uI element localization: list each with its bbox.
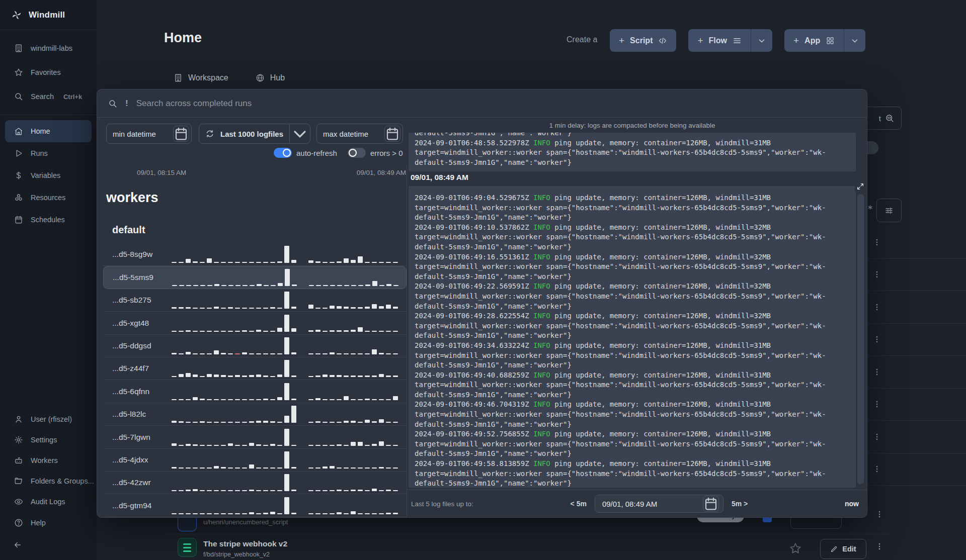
log-datetime-input[interactable]: 09/01, 08:49 AM: [595, 495, 723, 513]
dollar-icon: [14, 171, 23, 180]
sidebar-item-settings[interactable]: Settings: [0, 429, 97, 450]
row-menu-button[interactable]: [870, 430, 883, 443]
logfiles-range-label: Last 1000 logfiles: [214, 130, 289, 138]
worker-row[interactable]: ...d5-z44f7: [103, 357, 407, 380]
forward-5m-button[interactable]: 5m >: [732, 500, 748, 508]
worker-row[interactable]: ...d5-4jdxx: [103, 449, 407, 472]
webhook-row-menu-button[interactable]: [873, 540, 886, 553]
worker-name: ...d5-8sg9w: [112, 250, 172, 259]
worker-row[interactable]: ...d5-42zwr: [103, 472, 407, 494]
worker-row[interactable]: ...d5-8sg9w: [103, 243, 407, 266]
kebab-icon: [872, 464, 881, 474]
back-5m-button[interactable]: < 5m: [571, 500, 587, 508]
max-datetime-input[interactable]: max datetime: [316, 124, 403, 144]
sidebar-item-folders[interactable]: Folders & Groups...: [0, 471, 97, 491]
worker-activity-sparkline: [172, 292, 398, 311]
sidebar-top-group: windmill-labsFavoritesSearchCtrl+k: [0, 30, 97, 109]
keyboard-shortcut: Ctrl+k: [63, 93, 82, 101]
sidebar-item-label: Home: [31, 127, 50, 135]
sidebar-item-favorites[interactable]: Favorites: [0, 60, 97, 84]
errors-only-toggle[interactable]: [348, 148, 366, 158]
sidebar-item-label: Help: [31, 519, 46, 527]
sidebar-item-runs[interactable]: Runs: [0, 142, 97, 164]
create-app-button[interactable]: +App: [784, 29, 844, 52]
sidebar-item-help[interactable]: Help: [0, 512, 97, 534]
now-button[interactable]: now: [845, 500, 859, 508]
kebab-icon: [872, 400, 881, 409]
webhook-row-title: The stripe webhook v2: [203, 539, 287, 548]
row-divider: [166, 534, 888, 534]
worker-row[interactable]: ...d5-sb275: [103, 289, 407, 312]
sidebar-item-audit-logs[interactable]: Audit Logs: [0, 491, 97, 512]
workers-list: ...d5-8sg9w...d5-5sms9...d5-sb275...d5-x…: [103, 243, 407, 517]
worker-row[interactable]: ...d5-5sms9: [103, 266, 407, 289]
min-datetime-input[interactable]: min datetime: [106, 124, 192, 144]
create-flow-dropdown-button[interactable]: [751, 29, 772, 52]
tab-label: Workspace: [188, 73, 228, 82]
worker-row[interactable]: ...d5-7lgwn: [103, 426, 407, 448]
log-entry: 2024-09-01T06:48:58.522978Z INFO ping up…: [415, 138, 850, 168]
create-app-dropdown-button[interactable]: [844, 29, 865, 52]
filter-settings-button[interactable]: [876, 199, 902, 222]
sidebar-item-search[interactable]: SearchCtrl+k: [0, 84, 97, 109]
calendar-icon[interactable]: [384, 126, 400, 142]
brand: Windmill: [0, 0, 97, 30]
log-files-label: Last 5 log files up to:: [411, 500, 473, 508]
log-entry: 2024-09-01T06:49:52.756855Z INFO ping up…: [415, 429, 850, 459]
sidebar-item-user[interactable]: User (rfiszel): [0, 409, 97, 429]
worker-name: ...d5-sb275: [112, 296, 172, 305]
flow-icon: [178, 538, 197, 557]
sidebar-item-home[interactable]: Home: [5, 120, 92, 142]
log-entry: 2024-09-01T06:49:40.688259Z INFO ping up…: [415, 370, 850, 400]
sidebar-item-schedules[interactable]: Schedules: [0, 209, 97, 231]
building-icon: [174, 73, 183, 82]
log-scrollbar[interactable]: [857, 194, 864, 484]
edit-button[interactable]: Edit: [820, 539, 866, 559]
sidebar-item-resources[interactable]: Resources: [0, 186, 97, 209]
kebab-icon: [872, 270, 881, 279]
create-flow-button[interactable]: +Flow: [688, 29, 751, 52]
folder-icon: [14, 477, 23, 486]
script-row-menu-button[interactable]: [873, 508, 886, 521]
row-menu-button[interactable]: [870, 301, 883, 314]
sidebar-bottom-group: User (rfiszel)SettingsWorkersFolders & G…: [0, 409, 97, 512]
log-entry: 2024-09-01T06:49:16.551361Z INFO ping up…: [415, 252, 850, 282]
worker-row[interactable]: ...d5-ddgsd: [103, 335, 407, 357]
row-menu-button[interactable]: [870, 236, 883, 249]
code-search-icon: [885, 114, 894, 123]
tab-workspace[interactable]: Workspace: [174, 73, 228, 82]
log-entry: 2024-09-01T06:49:28.622554Z INFO ping up…: [415, 311, 850, 341]
pencil-icon: [830, 545, 838, 553]
worker-row[interactable]: ...d5-6qfnn: [103, 380, 407, 403]
worker-name: ...d5-5sms9: [113, 273, 172, 282]
tab-hub[interactable]: Hub: [256, 73, 285, 82]
worker-row[interactable]: ...d5-l82lc: [103, 403, 407, 426]
row-menu-button[interactable]: [870, 398, 883, 411]
overlay-search-bar: !: [97, 89, 867, 118]
log-entry: 2024-09-01T06:49:04.529675Z INFO ping up…: [415, 193, 850, 223]
sidebar-item-workers[interactable]: Workers: [0, 450, 97, 471]
expand-log-button[interactable]: [855, 181, 866, 192]
collapse-sidebar-button[interactable]: [0, 534, 97, 556]
worker-row[interactable]: ...d5-gtm94: [103, 494, 407, 517]
log-section-header: 09/01, 08:49 AM: [411, 173, 468, 182]
worker-row[interactable]: ...d5-xgt48: [103, 312, 407, 334]
star-icon: [789, 542, 802, 555]
logfiles-range-select[interactable]: Last 1000 logfiles: [199, 124, 310, 144]
search-input[interactable]: [136, 89, 867, 117]
star-icon: [14, 68, 23, 77]
create-app-button-group: +App: [784, 29, 865, 52]
chevron-down-icon[interactable]: [290, 124, 310, 144]
row-menu-button[interactable]: [870, 365, 883, 379]
sidebar-item-variables[interactable]: Variables: [0, 164, 97, 186]
row-menu-button[interactable]: [870, 462, 883, 476]
min-datetime-label: min datetime: [107, 130, 162, 138]
create-script-button[interactable]: +Script: [610, 29, 676, 52]
favorite-star-button[interactable]: [789, 542, 802, 555]
calendar-icon[interactable]: [703, 496, 719, 512]
row-menu-button[interactable]: [870, 333, 883, 346]
sidebar-item-workspace[interactable]: windmill-labs: [0, 36, 97, 60]
row-menu-button[interactable]: [870, 268, 883, 281]
calendar-icon[interactable]: [173, 126, 189, 142]
auto-refresh-toggle[interactable]: [274, 148, 292, 158]
